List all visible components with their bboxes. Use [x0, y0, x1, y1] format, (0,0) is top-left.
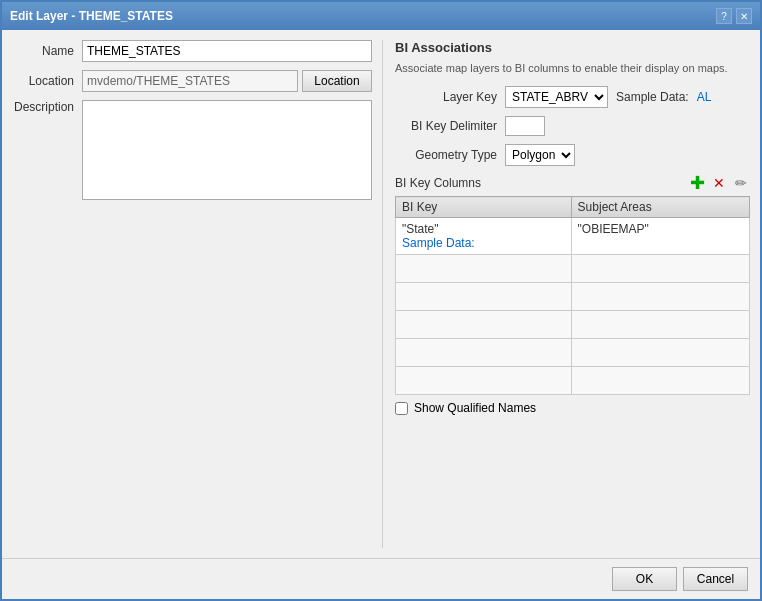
show-qualified-label: Show Qualified Names	[414, 401, 536, 415]
geometry-type-select[interactable]: Polygon Point Line	[505, 144, 575, 166]
bi-key-columns-table: BI Key Subject Areas "State" Sample Data…	[395, 196, 750, 395]
cancel-button[interactable]: Cancel	[683, 567, 748, 591]
toolbar-icons: ✚ ✕ ✏	[688, 174, 750, 192]
layer-key-wrapper: STATE_ABRV Sample Data: AL	[505, 86, 711, 108]
delete-row-icon[interactable]: ✕	[710, 174, 728, 192]
table-row	[396, 367, 750, 395]
show-qualified-row: Show Qualified Names	[395, 401, 750, 415]
bi-key-value: "State"	[402, 222, 565, 236]
table-row	[396, 283, 750, 311]
titlebar-icons: ? ✕	[716, 8, 752, 24]
location-button[interactable]: Location	[302, 70, 372, 92]
layer-key-row: Layer Key STATE_ABRV Sample Data: AL	[395, 86, 750, 108]
table-header-row: BI Key Subject Areas	[396, 197, 750, 218]
subject-areas-cell: "OBIEEMAP"	[571, 218, 749, 255]
bi-key-columns-header: BI Key Columns ✚ ✕ ✏	[395, 174, 750, 192]
edit-row-icon[interactable]: ✏	[732, 174, 750, 192]
close-icon[interactable]: ✕	[736, 8, 752, 24]
dialog-body: Name Location Location Description BI As…	[2, 30, 760, 558]
dialog-titlebar: Edit Layer - THEME_STATES ? ✕	[2, 2, 760, 30]
description-row: Description	[12, 100, 372, 200]
geometry-type-label: Geometry Type	[395, 148, 505, 162]
layer-key-label: Layer Key	[395, 90, 505, 104]
bi-key-columns-label: BI Key Columns	[395, 176, 481, 190]
dialog-footer: OK Cancel	[2, 558, 760, 599]
bi-associations-desc: Associate map layers to BI columns to en…	[395, 61, 750, 76]
bi-key-delimiter-input[interactable]	[505, 116, 545, 136]
bi-associations-title: BI Associations	[395, 40, 750, 55]
ok-button[interactable]: OK	[612, 567, 677, 591]
table-container: BI Key Subject Areas "State" Sample Data…	[395, 196, 750, 395]
layer-key-select[interactable]: STATE_ABRV	[505, 86, 608, 108]
location-input	[82, 70, 298, 92]
table-row	[396, 255, 750, 283]
geometry-type-row: Geometry Type Polygon Point Line	[395, 144, 750, 166]
name-row: Name	[12, 40, 372, 62]
sample-data-link-row[interactable]: Sample Data:	[402, 236, 475, 250]
description-label: Description	[12, 100, 82, 114]
name-input[interactable]	[82, 40, 372, 62]
show-qualified-checkbox[interactable]	[395, 402, 408, 415]
sample-data-cell: Sample Data:	[402, 236, 565, 250]
table-row[interactable]: "State" Sample Data: "OBIEEMAP"	[396, 218, 750, 255]
table-row	[396, 311, 750, 339]
location-row: Location Location	[12, 70, 372, 92]
col-subject-areas: Subject Areas	[571, 197, 749, 218]
right-panel: BI Associations Associate map layers to …	[382, 40, 750, 548]
bi-key-delimiter-row: BI Key Delimiter	[395, 116, 750, 136]
add-row-icon[interactable]: ✚	[688, 174, 706, 192]
left-panel: Name Location Location Description	[12, 40, 372, 548]
col-bi-key: BI Key	[396, 197, 572, 218]
bi-key-delimiter-label: BI Key Delimiter	[395, 119, 505, 133]
help-icon[interactable]: ?	[716, 8, 732, 24]
description-textarea[interactable]	[82, 100, 372, 200]
location-label: Location	[12, 74, 82, 88]
edit-layer-dialog: Edit Layer - THEME_STATES ? ✕ Name Locat…	[0, 0, 762, 601]
bi-key-cell: "State" Sample Data:	[396, 218, 572, 255]
table-row	[396, 339, 750, 367]
sample-data-label: Sample Data:	[616, 90, 689, 104]
sample-data-link[interactable]: AL	[697, 90, 712, 104]
name-label: Name	[12, 44, 82, 58]
dialog-title: Edit Layer - THEME_STATES	[10, 9, 173, 23]
